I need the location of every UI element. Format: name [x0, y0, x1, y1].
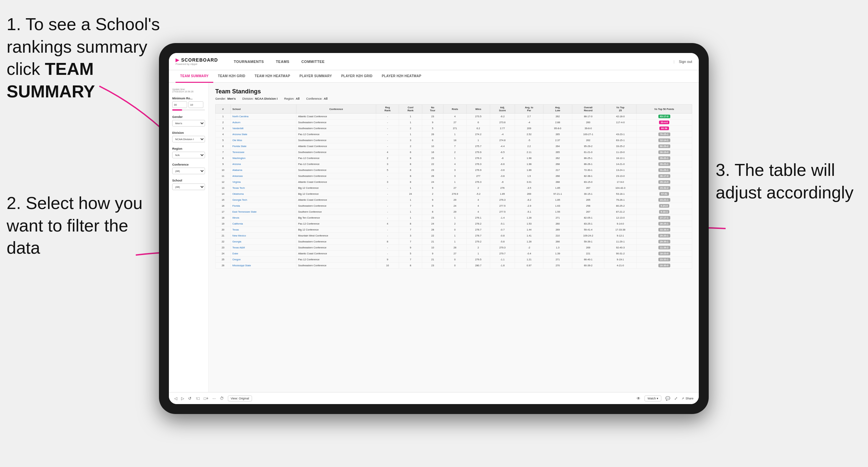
nav-sign-out[interactable]: | Sign out	[674, 60, 692, 64]
cell-data: 274.8	[490, 137, 515, 144]
cell-school[interactable]: Ole Miss	[230, 137, 296, 144]
cell-data: 267	[572, 209, 604, 215]
cell-data: 278.2	[467, 221, 490, 227]
cell-school[interactable]: New Mexico	[230, 233, 296, 239]
reload-icon[interactable]: ↺	[188, 396, 191, 401]
view-original-button[interactable]: View: Original	[228, 396, 252, 401]
comment-icon[interactable]: 💬	[665, 396, 670, 401]
division-select[interactable]: NCAA Division I NCAA Division II NCAA Di…	[172, 136, 205, 143]
cell-data: -1.8	[490, 263, 515, 269]
cell-school[interactable]: Vanderbilt	[230, 126, 296, 131]
gender-select[interactable]: Men's Women's	[172, 120, 205, 126]
cell-vs-top-50-points: 36-17-0	[637, 173, 692, 179]
nav-committee[interactable]: COMMITTEE	[296, 53, 331, 70]
cell-school[interactable]: Arkansas	[230, 173, 296, 179]
cell-data: 8	[422, 209, 443, 215]
eye-icon[interactable]: 👁	[637, 396, 641, 401]
cell-school[interactable]: California	[230, 221, 296, 227]
gender-label: Gender	[172, 115, 205, 119]
share-button[interactable]: ↗ Share	[682, 397, 693, 400]
cell-data: -5	[515, 137, 544, 144]
cell-school[interactable]: Washington	[230, 155, 296, 161]
cell-data: 1	[443, 131, 466, 137]
cell-data: 12-13-0	[604, 215, 637, 221]
table-row: 22GeorgiaSoutheastern Conference87211279…	[216, 239, 692, 245]
cell-data: 1.63	[543, 203, 572, 209]
bookmark-icon[interactable]: □+	[204, 396, 208, 401]
table-row: 17East Tennessee StateSouthern Conferenc…	[216, 209, 692, 215]
col-rank: #	[216, 105, 231, 114]
filter-panel: Update time: 27/03/2024 16:56:26 Minimum…	[169, 83, 209, 392]
cell-data: 27	[443, 120, 466, 126]
cell-data: 262	[543, 114, 572, 120]
cell-school[interactable]: Texas	[230, 227, 296, 233]
tab-team-summary[interactable]: TEAM SUMMARY	[176, 70, 213, 83]
cell-school[interactable]: Arizona State	[230, 131, 296, 137]
cell-school[interactable]: Virginia	[230, 179, 296, 185]
nav-teams[interactable]: TEAMS	[270, 53, 296, 70]
cell-conference: Atlantic Coast Conference	[297, 114, 376, 120]
cell-conference: Atlantic Coast Conference	[297, 144, 376, 149]
cell-data: 23	[422, 155, 443, 161]
cell-data: -	[376, 185, 399, 191]
cell-school[interactable]: Mississippi State	[230, 263, 296, 269]
cell-conference: Southeastern Conference	[297, 245, 376, 251]
cell-data: 8	[399, 161, 422, 167]
forward-icon[interactable]: ▷	[181, 396, 184, 401]
share-icon[interactable]: ↑□	[195, 396, 200, 401]
cell-conference: Southeastern Conference	[297, 120, 376, 126]
more-icon[interactable]: ···	[213, 396, 216, 401]
cell-school[interactable]: Oklahoma	[230, 191, 296, 197]
cell-data: 4	[467, 197, 490, 203]
cell-vs-top-50-points: 63-17-0	[637, 114, 692, 120]
region-select[interactable]: N/A All	[172, 152, 205, 158]
cell-school[interactable]: Texas Tech	[230, 185, 296, 191]
cell-school[interactable]: Texas A&M	[230, 245, 296, 251]
cell-data: 9	[399, 245, 422, 251]
cell-data: 7	[399, 257, 422, 263]
cell-school[interactable]: Georgia Tech	[230, 197, 296, 203]
cell-school[interactable]: Alabama	[230, 167, 296, 173]
conference-select[interactable]: (All)	[172, 167, 205, 174]
clock-icon[interactable]: ⏱	[220, 396, 224, 401]
cell-school[interactable]: Arizona	[230, 161, 296, 167]
instruction-3-text: 3. The table will adjust accordingly	[716, 160, 854, 202]
cell-data: 1.28	[515, 215, 544, 221]
tab-team-h2h-grid[interactable]: TEAM H2H GRID	[213, 70, 250, 83]
cell-school[interactable]: Auburn	[230, 120, 296, 126]
cell-school[interactable]: Illinois	[230, 215, 296, 221]
cell-vs-top-50-points: 29-20-1	[637, 233, 692, 239]
school-select[interactable]: (All)	[172, 184, 205, 190]
nav-tournaments[interactable]: TOURNAMENTS	[228, 53, 270, 70]
cell-data: 90-31-2	[604, 251, 637, 257]
tab-team-h2h-heatmap[interactable]: TEAM H2H HEATMAP	[250, 70, 295, 83]
cell-school[interactable]: Duke	[230, 251, 296, 257]
cell-conference: Mountain West Conference	[297, 233, 376, 239]
cell-school[interactable]: Georgia	[230, 239, 296, 245]
cell-data: 4	[376, 221, 399, 227]
cell-data: 1	[443, 233, 466, 239]
cell-conference: Pac-12 Conference	[297, 257, 376, 263]
tab-player-h2h-grid[interactable]: PLAYER H2H GRID	[337, 70, 377, 83]
cell-school[interactable]: Florida State	[230, 144, 296, 149]
min-rounds-input[interactable]	[172, 101, 187, 108]
tab-player-h2h-heatmap[interactable]: PLAYER H2H HEATMAP	[377, 70, 426, 83]
cell-school[interactable]: North Carolina	[230, 114, 296, 120]
cell-data: -	[376, 191, 399, 197]
cell-school[interactable]: Oregon	[230, 257, 296, 263]
back-icon[interactable]: ◁	[174, 396, 177, 401]
tab-player-summary[interactable]: PLAYER SUMMARY	[295, 70, 337, 83]
table-row: 26Mississippi StateSoutheastern Conferen…	[216, 263, 692, 269]
rounds-slider-track[interactable]	[172, 109, 205, 111]
cell-school[interactable]: Florida	[230, 203, 296, 209]
watch-button[interactable]: Watch ▾	[645, 396, 661, 401]
max-rounds-input[interactable]	[188, 101, 203, 108]
filter-minimum-rounds: Minimum Ro...	[172, 97, 205, 111]
cell-school[interactable]: Tennessee	[230, 149, 296, 155]
cell-data: 3	[443, 173, 466, 179]
cell-conference: Atlantic Coast Conference	[297, 197, 376, 203]
cell-school[interactable]: East Tennessee State	[230, 209, 296, 215]
cell-data: 86-26-1	[572, 161, 604, 167]
expand-icon[interactable]: ⤢	[674, 396, 678, 401]
cell-data: 2	[467, 245, 490, 251]
